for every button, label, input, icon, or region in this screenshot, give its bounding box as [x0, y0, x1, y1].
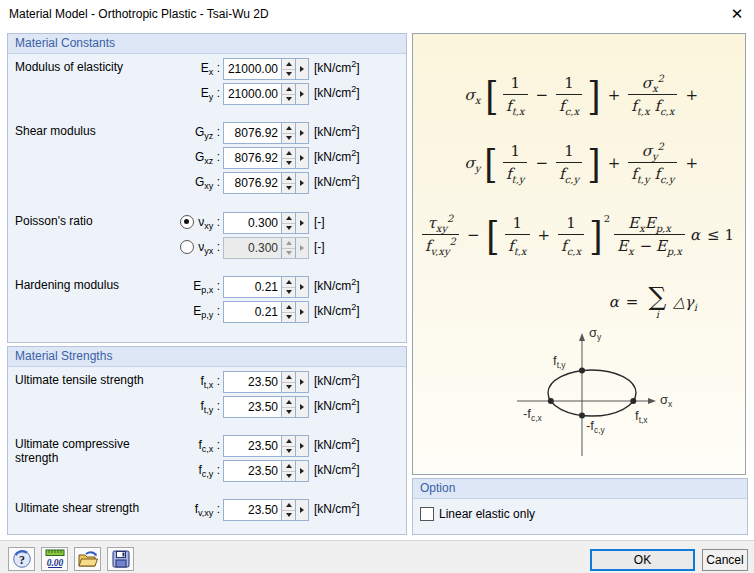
fvxy-unit: [kN/cm2] [314, 502, 360, 516]
ey-detail-arrow-button[interactable] [295, 84, 308, 104]
fcx-value[interactable]: 23.50 [224, 436, 281, 456]
gyz-spinner[interactable] [281, 123, 295, 143]
gyz-value[interactable]: 8076.92 [224, 123, 281, 143]
gyz-detail-arrow-button[interactable] [295, 123, 308, 143]
fvxy-detail-arrow-button[interactable] [295, 500, 308, 520]
ftx-detail-arrow-button[interactable] [295, 372, 308, 392]
svg-text:0.00: 0.00 [46, 557, 63, 567]
gyz-symbol: Gyz : [118, 125, 220, 139]
spin-up-button[interactable] [282, 213, 295, 224]
epx-value[interactable]: 0.21 [224, 277, 281, 297]
spin-up-button[interactable] [282, 84, 295, 95]
spin-down-button[interactable] [282, 383, 295, 393]
gxz-value[interactable]: 8076.92 [224, 148, 281, 168]
spin-down-button[interactable] [282, 447, 295, 457]
spin-up-button[interactable] [282, 397, 295, 408]
spin-up-button[interactable] [282, 173, 295, 184]
spin-up-button[interactable] [282, 148, 295, 159]
vxy-detail-arrow-button[interactable] [295, 213, 308, 233]
units-settings-button[interactable]: 0.00 [41, 547, 68, 571]
spin-down-button[interactable] [282, 472, 295, 482]
fcx-spinner[interactable] [281, 436, 295, 456]
fcx-input[interactable]: 23.50 [223, 435, 309, 457]
ex-detail-arrow-button[interactable] [295, 59, 308, 79]
vxy-spinner[interactable] [281, 213, 295, 233]
fty-detail-arrow-button[interactable] [295, 397, 308, 417]
fcy-spinner[interactable] [281, 461, 295, 481]
fcy-detail-arrow-button[interactable] [295, 461, 308, 481]
spin-down-button[interactable] [282, 313, 295, 323]
spin-up-button[interactable] [282, 461, 295, 472]
spin-up-button[interactable] [282, 436, 295, 447]
spin-down-button[interactable] [282, 288, 295, 298]
epx-detail-arrow-button[interactable] [295, 277, 308, 297]
fty-spinner[interactable] [281, 397, 295, 417]
spin-down-button[interactable] [282, 134, 295, 144]
spin-up-button[interactable] [282, 59, 295, 70]
field-row-vyx: νyx : 0.300 [-] [8, 237, 406, 257]
fvxy-spinner[interactable] [281, 500, 295, 520]
spin-down-button[interactable] [282, 184, 295, 194]
fvxy-value[interactable]: 23.50 [224, 500, 281, 520]
fty-input[interactable]: 23.50 [223, 396, 309, 418]
help-icon: ? [12, 549, 32, 569]
epy-spinner[interactable] [281, 302, 295, 322]
spin-up-button[interactable] [282, 302, 295, 313]
fcy-value[interactable]: 23.50 [224, 461, 281, 481]
gyz-input[interactable]: 8076.92 [223, 122, 309, 144]
epx-spinner[interactable] [281, 277, 295, 297]
ftx-input[interactable]: 23.50 [223, 371, 309, 393]
spin-down-button[interactable] [282, 408, 295, 418]
fcy-input[interactable]: 23.50 [223, 460, 309, 482]
ey-spinner[interactable] [281, 84, 295, 104]
spin-down-button[interactable] [282, 95, 295, 105]
ftx-spinner[interactable] [281, 372, 295, 392]
epx-symbol: Ep,x : [118, 279, 220, 293]
vxy-input[interactable]: 0.300 [223, 212, 309, 234]
ex-spinner[interactable] [281, 59, 295, 79]
spin-up-button[interactable] [282, 372, 295, 383]
spin-down-button[interactable] [282, 511, 295, 521]
gxy-input[interactable]: 8076.92 [223, 172, 309, 194]
spin-up-button[interactable] [282, 123, 295, 134]
epy-input[interactable]: 0.21 [223, 301, 309, 323]
units-decimal-icon: 0.00 [44, 549, 66, 570]
sigma-y-label: σy [589, 325, 601, 340]
spin-up-button[interactable] [282, 500, 295, 511]
gxy-value[interactable]: 8076.92 [224, 173, 281, 193]
spin-down-button[interactable] [282, 224, 295, 234]
dialog-title: Material Model - Orthotropic Plastic - T… [9, 7, 269, 21]
open-button[interactable] [74, 547, 101, 571]
fty-value[interactable]: 23.50 [224, 397, 281, 417]
field-row-fvxy: fv,xy : 23.50 [kN/cm2] [8, 499, 406, 519]
help-button[interactable]: ? [8, 547, 35, 571]
gxy-detail-arrow-button[interactable] [295, 173, 308, 193]
ex-input[interactable]: 21000.00 [223, 58, 309, 80]
gxy-spinner[interactable] [281, 173, 295, 193]
ey-value[interactable]: 21000.00 [224, 84, 281, 104]
epx-input[interactable]: 0.21 [223, 276, 309, 298]
linear-elastic-checkbox[interactable] [420, 507, 434, 521]
close-icon[interactable]: ✕ [725, 3, 749, 25]
spin-down-button[interactable] [282, 70, 295, 80]
fcy-symbol: fc,y : [118, 463, 220, 477]
field-row-vxy: νxy : 0.300 [-] [8, 212, 406, 232]
epy-detail-arrow-button[interactable] [295, 302, 308, 322]
ftx-value[interactable]: 23.50 [224, 372, 281, 392]
epy-value[interactable]: 0.21 [224, 302, 281, 322]
spin-down-button[interactable] [282, 159, 295, 169]
vxy-unit: [-] [314, 215, 325, 229]
spin-up-button[interactable] [282, 277, 295, 288]
ey-input[interactable]: 21000.00 [223, 83, 309, 105]
cancel-button[interactable]: Cancel [702, 549, 748, 571]
linear-elastic-label[interactable]: Linear elastic only [439, 507, 535, 521]
ex-value[interactable]: 21000.00 [224, 59, 281, 79]
gxz-input[interactable]: 8076.92 [223, 147, 309, 169]
gxz-detail-arrow-button[interactable] [295, 148, 308, 168]
ok-button[interactable]: OK [590, 549, 695, 571]
save-button[interactable] [107, 547, 134, 571]
gxz-spinner[interactable] [281, 148, 295, 168]
fcx-detail-arrow-button[interactable] [295, 436, 308, 456]
fvxy-input[interactable]: 23.50 [223, 499, 309, 521]
vxy-value[interactable]: 0.300 [224, 213, 281, 233]
